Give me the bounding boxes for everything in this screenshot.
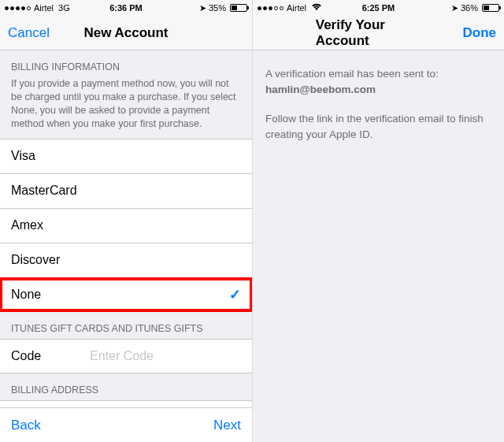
billing-info-desc: If you provide a payment method now, you… bbox=[0, 77, 252, 139]
carrier-label: Airtel bbox=[34, 3, 54, 13]
verify-instruction: Follow the link in the verification emai… bbox=[265, 111, 491, 142]
bottom-toolbar: Back Next bbox=[0, 407, 252, 442]
battery-pct: 36% bbox=[461, 3, 478, 13]
status-bar: Airtel 3G 6:36 PM ➤ 35% bbox=[0, 0, 252, 16]
done-button[interactable]: Done bbox=[463, 25, 497, 41]
battery-pct: 35% bbox=[209, 3, 226, 13]
payment-option-row[interactable]: Amex bbox=[0, 208, 252, 243]
battery-icon bbox=[482, 4, 499, 12]
verify-sent-text: A verification email has been sent to: bbox=[265, 68, 439, 80]
gift-code-input[interactable]: Enter Code bbox=[90, 349, 154, 363]
signal-dots bbox=[5, 6, 31, 10]
network-label: 3G bbox=[58, 3, 70, 13]
carrier-label: Airtel bbox=[287, 3, 306, 13]
gift-code-label: Code bbox=[11, 349, 90, 363]
payment-option-row[interactable]: Discover bbox=[0, 243, 252, 277]
nav-bar: Verify Your Account Done bbox=[253, 16, 504, 50]
verify-content: A verification email has been sent to: h… bbox=[253, 50, 504, 172]
signal-dots bbox=[258, 6, 284, 10]
cancel-button[interactable]: Cancel bbox=[8, 25, 50, 41]
page-title: Verify Your Account bbox=[316, 17, 442, 49]
status-time: 6:25 PM bbox=[362, 3, 395, 13]
phone-left: Airtel 3G 6:36 PM ➤ 35% Cancel New Accou… bbox=[0, 0, 252, 442]
status-time: 6:36 PM bbox=[109, 3, 143, 13]
next-button[interactable]: Next bbox=[213, 418, 241, 433]
page-title: New Account bbox=[83, 25, 168, 41]
location-icon: ➤ bbox=[451, 3, 458, 13]
content-scroll[interactable]: BILLING INFORMATION If you provide a pay… bbox=[0, 50, 252, 407]
gift-cards-header: ITUNES GIFT CARDS AND ITUNES GIFTS bbox=[0, 312, 252, 339]
billing-info-header: BILLING INFORMATION bbox=[0, 50, 252, 77]
payment-option-label: Visa bbox=[11, 149, 35, 163]
battery-icon bbox=[230, 4, 247, 12]
payment-option-row[interactable]: Visa bbox=[0, 139, 252, 173]
nav-bar: Cancel New Account bbox=[0, 16, 252, 50]
status-bar: Airtel 6:25 PM ➤ 36% bbox=[253, 0, 504, 16]
location-icon: ➤ bbox=[199, 3, 206, 13]
wifi-icon bbox=[311, 3, 322, 13]
verify-email: hamlin@beebom.com bbox=[265, 84, 376, 95]
back-button[interactable]: Back bbox=[11, 418, 41, 433]
checkmark-icon: ✓ bbox=[229, 286, 241, 303]
phone-right: Airtel 6:25 PM ➤ 36% Verify Your Account… bbox=[252, 0, 504, 442]
payment-option-row[interactable]: MasterCard bbox=[0, 173, 252, 208]
payment-option-label: None bbox=[11, 288, 41, 302]
gift-code-row[interactable]: Code Enter Code bbox=[0, 339, 252, 373]
address-row[interactable]: TitleMr. bbox=[0, 400, 252, 408]
payment-option-label: Discover bbox=[11, 253, 60, 267]
payment-option-label: MasterCard bbox=[11, 184, 77, 198]
payment-option-label: Amex bbox=[11, 218, 43, 232]
payment-option-row[interactable]: None✓ bbox=[0, 277, 252, 312]
billing-address-header: BILLING ADDRESS bbox=[0, 373, 252, 400]
